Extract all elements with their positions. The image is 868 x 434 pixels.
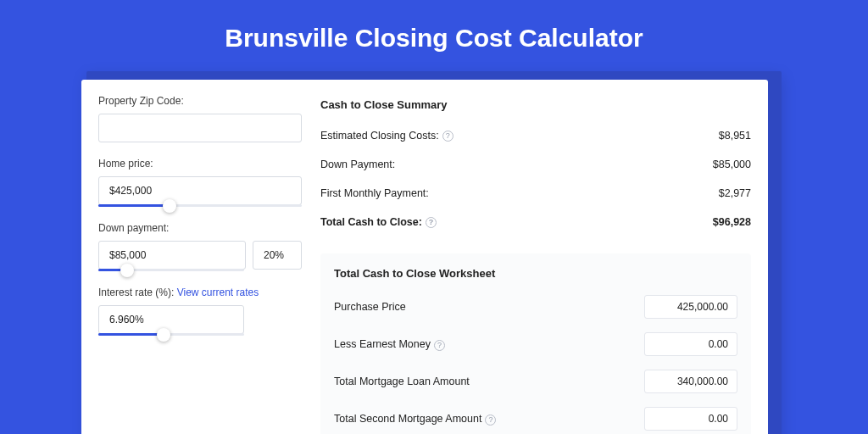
section-divider	[320, 236, 751, 248]
view-rates-link[interactable]: View current rates	[177, 287, 259, 298]
worksheet-row-input[interactable]	[644, 407, 737, 431]
worksheet-row: Total Mortgage Loan Amount	[334, 363, 737, 400]
summary-row-label: Estimated Closing Costs:?	[320, 130, 453, 142]
help-icon[interactable]: ?	[434, 340, 445, 351]
worksheet-heading: Total Cash to Close Worksheet	[334, 265, 737, 288]
worksheet-row-label: Total Second Mortgage Amount?	[334, 413, 496, 425]
summary-rows: Estimated Closing Costs:?$8,951Down Paym…	[320, 121, 751, 236]
down-payment-slider[interactable]	[98, 269, 244, 271]
summary-row-value: $96,928	[713, 216, 751, 228]
worksheet-row-label: Purchase Price	[334, 301, 406, 313]
summary-row-label: Total Cash to Close:?	[320, 216, 437, 228]
worksheet-section: Total Cash to Close Worksheet Purchase P…	[320, 253, 751, 434]
home-price-field: Home price:	[98, 158, 302, 207]
zip-field: Property Zip Code:	[98, 95, 302, 142]
down-payment-field: Down payment:	[98, 222, 302, 271]
summary-row-value: $2,977	[719, 187, 751, 199]
summary-row: First Monthly Payment:$2,977	[320, 179, 751, 208]
interest-rate-label-text: Interest rate (%):	[98, 287, 177, 298]
interest-rate-slider[interactable]	[98, 333, 244, 336]
down-payment-input[interactable]	[98, 241, 246, 270]
down-payment-slider-thumb[interactable]	[120, 264, 134, 277]
worksheet-row-input[interactable]	[644, 370, 737, 393]
summary-row-value: $8,951	[719, 130, 751, 142]
worksheet-row-input[interactable]	[644, 332, 737, 356]
worksheet-row-label: Less Earnest Money?	[334, 338, 445, 350]
inputs-column: Property Zip Code: Home price: Down paym…	[98, 95, 302, 434]
results-column: Cash to Close Summary Estimated Closing …	[320, 95, 751, 434]
interest-rate-field: Interest rate (%): View current rates	[98, 287, 302, 336]
interest-rate-input[interactable]	[98, 305, 244, 334]
worksheet-row: Purchase Price	[334, 288, 737, 326]
summary-row: Total Cash to Close:?$96,928	[320, 208, 751, 236]
zip-input[interactable]	[98, 114, 302, 142]
page-title: Brunsville Closing Cost Calculator	[0, 0, 868, 71]
summary-row-label: Down Payment:	[320, 159, 395, 170]
worksheet-row: Total Second Mortgage Amount?	[334, 400, 737, 434]
card-shadow: Property Zip Code: Home price: Down paym…	[86, 71, 782, 434]
summary-row: Down Payment:$85,000	[320, 150, 751, 179]
summary-row-value: $85,000	[713, 159, 751, 170]
down-payment-pct-input[interactable]	[253, 241, 302, 270]
summary-row-label: First Monthly Payment:	[320, 187, 429, 199]
home-price-slider[interactable]	[98, 204, 302, 207]
home-price-slider-thumb[interactable]	[163, 199, 176, 213]
home-price-label: Home price:	[98, 158, 302, 170]
worksheet-rows: Purchase PriceLess Earnest Money?Total M…	[334, 288, 737, 434]
summary-heading: Cash to Close Summary	[320, 95, 751, 121]
help-icon[interactable]: ?	[485, 415, 496, 426]
worksheet-row: Less Earnest Money?	[334, 326, 737, 363]
help-icon[interactable]: ?	[426, 217, 437, 228]
home-price-slider-fill	[98, 204, 170, 207]
worksheet-row-input[interactable]	[644, 295, 737, 319]
zip-label: Property Zip Code:	[98, 95, 302, 107]
interest-rate-slider-thumb[interactable]	[157, 328, 170, 342]
interest-rate-slider-fill	[98, 333, 164, 336]
interest-rate-label: Interest rate (%): View current rates	[98, 287, 302, 298]
summary-row: Estimated Closing Costs:?$8,951	[320, 121, 751, 150]
down-payment-label: Down payment:	[98, 222, 302, 234]
home-price-input[interactable]	[98, 176, 302, 205]
worksheet-row-label: Total Mortgage Loan Amount	[334, 376, 470, 387]
calculator-card: Property Zip Code: Home price: Down paym…	[81, 80, 768, 434]
help-icon[interactable]: ?	[442, 131, 453, 142]
